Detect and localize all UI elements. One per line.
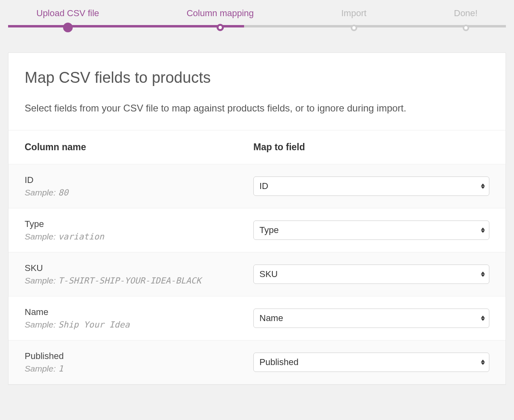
- column-name-cell: ID Sample: 80: [25, 175, 253, 197]
- card-header: Map CSV fields to products Select fields…: [8, 53, 506, 130]
- map-cell: Type: [253, 220, 489, 240]
- step-label: Upload CSV file: [36, 8, 99, 19]
- step-dot-icon: [217, 24, 224, 31]
- table-row: Published Sample: 1 Published: [8, 340, 506, 384]
- field-name: Type: [25, 219, 253, 229]
- map-cell: Name: [253, 309, 489, 328]
- field-name: Name: [25, 307, 253, 317]
- column-name-cell: Name Sample: Ship Your Idea: [25, 307, 253, 330]
- table-header-row: Column name Map to field: [8, 130, 506, 164]
- step-dot-icon: [63, 23, 73, 32]
- column-name-cell: Published Sample: 1: [25, 351, 253, 374]
- step-progress: Upload CSV file Column mapping Import Do…: [0, 0, 514, 36]
- map-select[interactable]: ID: [253, 176, 489, 196]
- map-select[interactable]: SKU: [253, 265, 489, 284]
- table-row: ID Sample: 80 ID: [8, 164, 506, 208]
- select-value: Name: [259, 313, 283, 323]
- select-value: ID: [259, 181, 268, 191]
- mapping-card: Map CSV fields to products Select fields…: [8, 52, 506, 385]
- step-dot-icon: [351, 25, 357, 31]
- field-name: Published: [25, 351, 253, 361]
- step-upload[interactable]: Upload CSV file: [36, 8, 99, 36]
- field-name: SKU: [25, 263, 253, 273]
- mapping-rows: ID Sample: 80 ID Type Sample: variation …: [8, 164, 506, 384]
- sample-text: Sample: 1: [25, 364, 253, 374]
- select-arrows-icon: [481, 360, 485, 365]
- table-row: Name Sample: Ship Your Idea Name: [8, 296, 506, 340]
- step-mapping[interactable]: Column mapping: [187, 8, 254, 36]
- page-description: Select fields from your CSV file to map …: [25, 101, 489, 116]
- step-label: Column mapping: [187, 8, 254, 19]
- select-value: SKU: [259, 269, 278, 279]
- map-to-field-header: Map to field: [253, 142, 489, 153]
- select-arrows-icon: [481, 228, 485, 233]
- sample-text: Sample: Ship Your Idea: [25, 320, 253, 330]
- table-row: SKU Sample: T-SHIRT-SHIP-YOUR-IDEA-BLACK…: [8, 252, 506, 296]
- column-name-cell: Type Sample: variation: [25, 219, 253, 242]
- step-dot-icon: [463, 25, 469, 31]
- select-value: Published: [259, 357, 299, 368]
- sample-text: Sample: variation: [25, 232, 253, 242]
- select-value: Type: [259, 225, 279, 235]
- map-cell: SKU: [253, 265, 489, 284]
- map-cell: ID: [253, 176, 489, 196]
- step-import: Import: [341, 8, 366, 36]
- sample-text: Sample: 80: [25, 188, 253, 197]
- field-name: ID: [25, 175, 253, 185]
- table-row: Type Sample: variation Type: [8, 208, 506, 252]
- select-arrows-icon: [481, 272, 485, 277]
- select-arrows-icon: [481, 316, 485, 321]
- step-label: Import: [341, 8, 366, 19]
- column-name-cell: SKU Sample: T-SHIRT-SHIP-YOUR-IDEA-BLACK: [25, 263, 253, 286]
- map-cell: Published: [253, 353, 489, 372]
- sample-text: Sample: T-SHIRT-SHIP-YOUR-IDEA-BLACK: [25, 276, 253, 286]
- select-arrows-icon: [481, 184, 485, 189]
- column-name-header: Column name: [25, 142, 253, 153]
- map-select[interactable]: Type: [253, 220, 489, 240]
- map-select[interactable]: Name: [253, 309, 489, 328]
- step-done: Done!: [454, 8, 478, 36]
- step-label: Done!: [454, 8, 478, 19]
- map-select[interactable]: Published: [253, 353, 489, 372]
- page-title: Map CSV fields to products: [25, 69, 489, 86]
